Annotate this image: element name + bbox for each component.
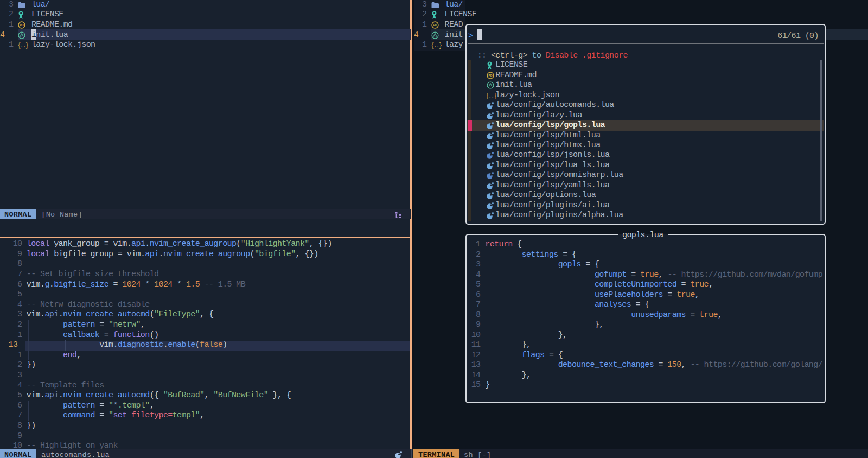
svg-text:PD: PD — [488, 74, 492, 77]
svg-text:PD: PD — [20, 23, 23, 27]
svg-text:PD: PD — [433, 23, 437, 27]
